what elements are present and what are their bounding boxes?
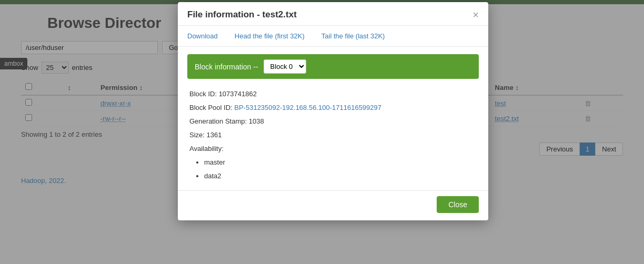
modal-body: Block information -- Block 0 Block ID: 1… bbox=[178, 47, 488, 190]
file-info-modal: File information - test2.txt × Download … bbox=[178, 2, 488, 220]
tail-file-link[interactable]: Tail the file (last 32K) bbox=[321, 32, 385, 40]
availability-label: Availability: bbox=[189, 145, 224, 153]
download-link[interactable]: Download bbox=[187, 32, 218, 40]
gen-stamp-row: Generation Stamp: 1038 bbox=[189, 115, 477, 128]
block-details: Block ID: 1073741862 Block Pool ID: BP-5… bbox=[187, 87, 479, 183]
modal-close-button[interactable]: × bbox=[472, 9, 479, 20]
modal-title: File information - test2.txt bbox=[187, 9, 297, 20]
block-pool-id-row: Block Pool ID: BP-531235092-192.168.56.1… bbox=[189, 101, 477, 115]
availability-row: Availability: master data2 bbox=[189, 142, 477, 183]
block-id-row: Block ID: 1073741862 bbox=[189, 87, 477, 101]
size-row: Size: 1361 bbox=[189, 128, 477, 142]
block-pool-id-value: BP-531235092-192.168.56.100-171161659929… bbox=[234, 104, 381, 111]
close-button[interactable]: Close bbox=[437, 196, 479, 213]
modal-footer: Close bbox=[178, 190, 488, 220]
gen-stamp-value: 1038 bbox=[249, 117, 264, 125]
availability-node-2: data2 bbox=[204, 169, 477, 183]
size-label: Size: bbox=[189, 131, 207, 139]
size-value: 1361 bbox=[207, 131, 222, 139]
block-id-label: Block ID: bbox=[189, 90, 219, 98]
availability-list: master data2 bbox=[189, 156, 477, 183]
head-file-link[interactable]: Head the file (first 32K) bbox=[235, 32, 305, 40]
block-id-value: 1073741862 bbox=[219, 90, 257, 98]
availability-node-1: master bbox=[204, 156, 477, 169]
modal-links: Download Head the file (first 32K) Tail … bbox=[178, 26, 488, 47]
modal-header: File information - test2.txt × bbox=[178, 2, 488, 26]
block-select[interactable]: Block 0 bbox=[264, 59, 306, 74]
block-info-bar: Block information -- Block 0 bbox=[187, 54, 479, 79]
block-pool-id-label: Block Pool ID: bbox=[189, 104, 234, 111]
gen-stamp-label: Generation Stamp: bbox=[189, 117, 249, 125]
block-info-label: Block information -- bbox=[195, 63, 258, 71]
